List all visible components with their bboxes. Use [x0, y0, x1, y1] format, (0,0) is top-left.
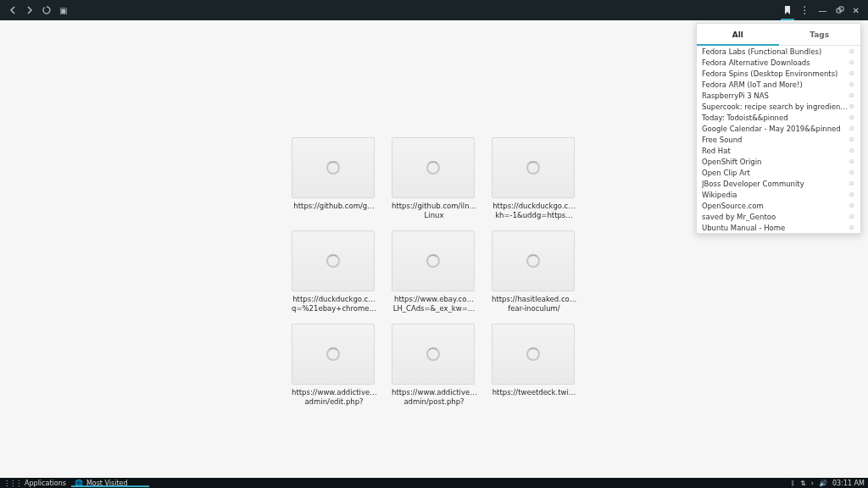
bookmark-item[interactable]: Free Sound⊘ [697, 134, 860, 145]
dial-tile[interactable]: https://duckduckgo.c…kh=-1&uddg=https… [492, 137, 576, 220]
speed-dial-grid: https://github.com/g… https://github.com… [292, 137, 576, 407]
delete-icon[interactable]: ⊘ [848, 136, 855, 143]
system-tray: ᛒ ⇅ › 🔊 03:11 AM [791, 480, 865, 487]
delete-icon[interactable]: ⊘ [848, 103, 855, 110]
tile-line2: fear-inoculum/ [508, 304, 559, 313]
delete-icon[interactable]: ⊘ [848, 80, 855, 88]
tile-line1: https://www.addictive… [292, 388, 376, 396]
tile-line2: Linux [425, 211, 444, 219]
delete-icon[interactable]: ⊘ [848, 58, 855, 66]
reload-button[interactable] [42, 6, 51, 14]
dial-tile[interactable]: https://www.addictive…admin/edit.php? [292, 324, 376, 407]
dial-tile[interactable]: https://tweetdeck.twi… [492, 324, 576, 407]
bluetooth-icon[interactable]: ᛒ [791, 480, 795, 487]
delete-icon[interactable]: ⊘ [848, 147, 855, 154]
speed-dial-area: https://github.com/g… https://github.com… [0, 20, 868, 478]
applications-menu[interactable]: ⋮⋮⋮ Applications [3, 480, 66, 487]
forward-button[interactable] [25, 6, 34, 14]
apps-grid-icon: ⋮⋮⋮ [3, 480, 21, 487]
tile-line1: https://github.com/iln… [392, 202, 476, 210]
bookmark-item[interactable]: Fedora Alternative Downloads⊘ [697, 57, 860, 68]
applications-label: Applications [25, 480, 66, 487]
bookmark-item[interactable]: saved by Mr_Gentoo⊘ [697, 211, 860, 222]
dial-tile[interactable]: https://github.com/iln…Linux [392, 137, 476, 220]
bookmark-item[interactable]: Open Clip Art⊘ [697, 167, 860, 178]
back-button[interactable] [8, 6, 17, 14]
tile-line1: https://www.addictive… [392, 388, 476, 396]
close-button[interactable]: ✕ [853, 6, 860, 15]
dial-tile[interactable]: https://www.ebay.co…LH_CAds=&_ex_kw=… [392, 230, 476, 313]
delete-icon[interactable]: ⊘ [848, 213, 855, 220]
minimize-button[interactable]: — [819, 6, 827, 15]
network-icon[interactable]: ⇅ [800, 480, 806, 487]
tile-line2: LH_CAds=&_ex_kw=… [393, 304, 476, 313]
tile-line1: https://github.com/g… [293, 202, 374, 210]
delete-icon[interactable]: ⊘ [848, 158, 855, 165]
menu-icon[interactable]: ⋮ [800, 6, 810, 14]
task-browser[interactable]: 🌐 Most Visited [75, 480, 128, 487]
delete-icon[interactable]: ⊘ [848, 202, 855, 209]
bookmark-item[interactable]: JBoss Developer Community⊘ [697, 178, 860, 189]
delete-icon[interactable]: ⊘ [848, 125, 855, 132]
delete-icon[interactable]: ⊘ [848, 169, 855, 176]
chevron-icon[interactable]: › [811, 480, 814, 487]
bookmarks-icon[interactable] [783, 5, 792, 15]
user-icon[interactable]: ▣ [59, 6, 67, 15]
dial-tile[interactable]: https://hasitleaked.co…fear-inoculum/ [492, 230, 576, 313]
bookmark-item[interactable]: Supercook: recipe search by ingredients … [697, 101, 860, 112]
delete-icon[interactable]: ⊘ [848, 69, 855, 77]
clock[interactable]: 03:11 AM [832, 480, 865, 487]
desktop-taskbar: ⋮⋮⋮ Applications 🌐 Most Visited ᛒ ⇅ › 🔊 … [0, 478, 868, 488]
panel-tab-tags[interactable]: Tags [779, 24, 861, 45]
bookmark-item[interactable]: OpenSource.com⊘ [697, 200, 860, 211]
bookmark-item[interactable]: RaspberryPi 3 NAS⊘ [697, 90, 860, 101]
tile-line2: kh=-1&uddg=https… [495, 211, 573, 219]
delete-icon[interactable]: ⊘ [848, 92, 855, 99]
bookmark-item[interactable]: Fedora Spins (Desktop Environments)⊘ [697, 68, 860, 79]
browser-toolbar: ▣ ⋮ — ✕ [0, 0, 868, 20]
bookmark-item[interactable]: OpenShift Origin⊘ [697, 156, 860, 167]
tile-line2: q=%21ebay+chrome… [292, 304, 376, 313]
tile-line1: https://www.ebay.co… [394, 295, 474, 303]
tile-line1: https://duckduckgo.c… [492, 202, 576, 210]
bookmark-item[interactable]: Fedora Labs (Functional Bundles)⊘ [697, 46, 860, 57]
tile-line1: https://tweetdeck.twi… [492, 388, 576, 396]
panel-tab-all[interactable]: All [697, 24, 779, 45]
delete-icon[interactable]: ⊘ [848, 224, 855, 231]
volume-icon[interactable]: 🔊 [819, 480, 827, 487]
delete-icon[interactable]: ⊘ [848, 47, 855, 55]
dial-tile[interactable]: https://github.com/g… [292, 137, 376, 220]
bookmark-item[interactable]: Red Hat⊘ [697, 145, 860, 156]
delete-icon[interactable]: ⊘ [848, 180, 855, 187]
tile-line1: https://duckduckgo.c… [292, 295, 376, 303]
bookmark-item[interactable]: Google Calendar - May 2019&&pinned⊘ [697, 123, 860, 134]
bookmark-item[interactable]: Today: Todoist&&pinned⊘ [697, 112, 860, 123]
link-icon[interactable] [836, 6, 844, 14]
bookmark-list: Fedora Labs (Functional Bundles)⊘ Fedora… [697, 46, 860, 233]
bookmark-item[interactable]: Wikipedia⊘ [697, 189, 860, 200]
tile-line1: https://hasitleaked.co… [492, 295, 576, 303]
dial-tile[interactable]: https://www.addictive…admin/post.php? [392, 324, 476, 407]
dial-tile[interactable]: https://duckduckgo.c…q=%21ebay+chrome… [292, 230, 376, 313]
bookmark-item[interactable]: Ubuntu Manual - Home⊘ [697, 222, 860, 233]
bookmarks-panel: All Tags Fedora Labs (Functional Bundles… [696, 23, 861, 234]
delete-icon[interactable]: ⊘ [848, 114, 855, 121]
tile-line2: admin/edit.php? [304, 397, 363, 406]
delete-icon[interactable]: ⊘ [848, 191, 855, 198]
bookmark-item[interactable]: Fedora ARM (IoT and More!)⊘ [697, 79, 860, 90]
tile-line2: admin/post.php? [403, 397, 464, 406]
